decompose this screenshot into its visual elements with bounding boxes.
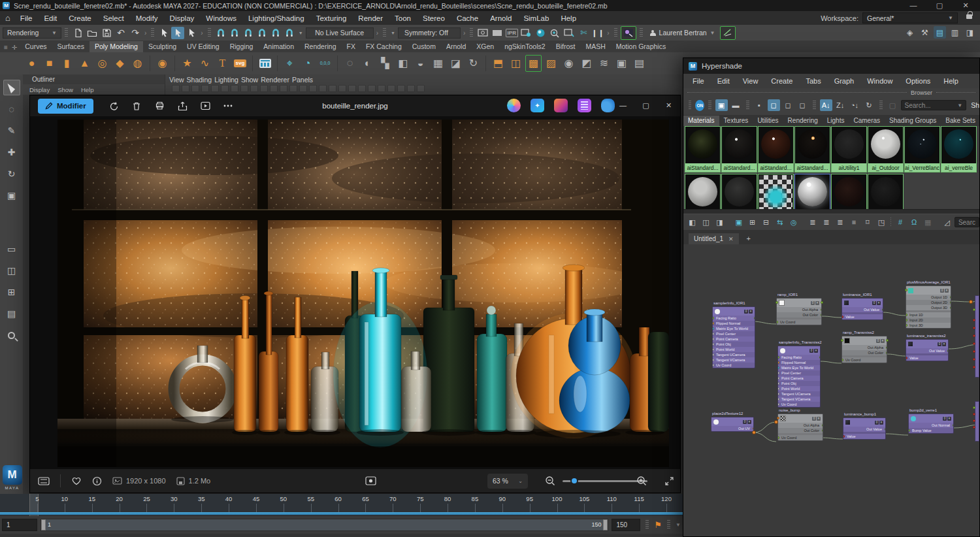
shader-node-luminance-bump1[interactable]: luminance_bump10≡Out ValueValue xyxy=(843,417,886,440)
shelf-icon-extrude[interactable]: ⬒ xyxy=(490,55,506,72)
group-collapse-arrow[interactable]: › xyxy=(463,29,465,37)
snap-point-icon[interactable] xyxy=(242,27,255,39)
hypershade-tab-materials[interactable]: Materials xyxy=(683,116,719,126)
viewport-icon[interactable] xyxy=(191,85,199,92)
shelf-tab-xgen[interactable]: XGen xyxy=(471,41,499,52)
shelf-tab-arnold[interactable]: Arnold xyxy=(441,41,471,52)
node-port[interactable] xyxy=(882,308,883,311)
node-port[interactable] xyxy=(713,317,714,319)
hypershade-tab-textures[interactable]: Textures xyxy=(719,116,753,126)
layout-horizontal[interactable]: ≣ xyxy=(806,216,819,228)
share-button[interactable] xyxy=(171,98,194,114)
swatch-size-large[interactable]: ◻ xyxy=(782,99,794,111)
node-port[interactable] xyxy=(778,398,779,400)
node-port[interactable] xyxy=(906,357,907,359)
node-port[interactable] xyxy=(909,429,910,432)
viewport-menu-show[interactable]: Show xyxy=(241,76,258,84)
shelf-icon-poly-cone[interactable]: ▲ xyxy=(76,55,93,72)
material-swatch-ai-outdoor[interactable]: ai_Outdoor xyxy=(868,126,904,172)
hypershade-tab-shading-groups[interactable]: Shading Groups xyxy=(885,116,941,126)
show-io-connections[interactable]: ◫ xyxy=(700,216,712,228)
group-collapse-arrow[interactable]: › xyxy=(607,29,609,37)
material-swatch-aiutility1[interactable]: aiUtility1 xyxy=(831,126,867,172)
node-port[interactable] xyxy=(886,346,887,349)
shelf-icon-poly-cube[interactable]: ■ xyxy=(41,55,57,72)
menu-toon[interactable]: Toon xyxy=(389,14,417,22)
node-port[interactable] xyxy=(713,333,714,335)
create-node-screenshot[interactable]: ▦ xyxy=(922,216,934,228)
shelf-icon-sculpt[interactable]: ◒ xyxy=(412,55,429,72)
material-swatch[interactable] xyxy=(794,174,830,209)
group-grip[interactable] xyxy=(208,28,211,38)
shader-node-plusminusaverage-ior1[interactable]: plusMinusAverage_IOR10≡Output 1DOutput 2… xyxy=(906,285,951,329)
node-port[interactable] xyxy=(973,319,975,321)
shelf-icon-modeling-toolkit-panel[interactable] xyxy=(257,55,273,72)
more-options-button[interactable] xyxy=(217,98,240,114)
shelf-menu-icon[interactable]: ≡ xyxy=(4,44,8,51)
toggle-character-controls[interactable]: ⚒ xyxy=(919,26,931,39)
shelf-tab-fx[interactable]: FX xyxy=(341,41,360,52)
shader-node-noise-bump[interactable]: noise_bump0≡Out AlphaOut ColorUv Coord xyxy=(777,414,823,441)
shelf-icon-poly-disc[interactable]: ◍ xyxy=(129,55,146,72)
graph-tab-untitled[interactable]: Untitled_1✕ xyxy=(689,233,739,244)
node-port[interactable] xyxy=(950,296,951,299)
node-port[interactable] xyxy=(778,356,779,359)
menu-simlab[interactable]: SimLab xyxy=(517,14,555,22)
add-tab-button[interactable]: + xyxy=(742,233,756,244)
shelf-tab-rendering[interactable]: Rendering xyxy=(299,41,341,52)
user-account-dropdown[interactable]: Laurent Bertran ▼ xyxy=(646,27,719,39)
home-icon[interactable]: ⌂ xyxy=(5,13,10,23)
shelf-tab-sculpting[interactable]: Sculpting xyxy=(143,41,182,52)
toggle-tool-settings[interactable]: ◨ xyxy=(964,26,976,39)
refresh-swatches[interactable]: ↻ xyxy=(863,99,875,111)
shelf-icon-sweep-mesh[interactable]: ∿ xyxy=(197,55,213,72)
zoom-level-dropdown[interactable]: 63 %⌄ xyxy=(487,474,528,489)
bookmark-icon[interactable]: ⚑ xyxy=(654,520,662,530)
select-object-icon[interactable] xyxy=(171,27,184,39)
menu-create[interactable]: Create xyxy=(63,14,97,22)
swatch-size-xlarge[interactable]: ◻ xyxy=(796,99,809,111)
shader-node-bump2d-verre1[interactable]: bump2d_verre10≡Out NormalBump Value xyxy=(908,414,954,434)
node-port[interactable] xyxy=(778,366,779,369)
menu-render[interactable]: Render xyxy=(352,14,389,22)
viewport-icon[interactable] xyxy=(182,85,189,92)
node-port[interactable] xyxy=(973,342,975,345)
snap-view-plane-icon[interactable] xyxy=(269,27,282,39)
shelf-tab-surfaces[interactable]: Surfaces xyxy=(52,41,90,52)
snapshot-active-icon[interactable] xyxy=(621,26,636,40)
zoom-out-button[interactable] xyxy=(545,476,555,486)
node-port[interactable] xyxy=(973,358,975,361)
shelf-icon-poly-text[interactable]: T xyxy=(214,55,231,72)
node-port[interactable] xyxy=(973,327,975,329)
group-grip[interactable] xyxy=(614,28,617,38)
shelf-icon-lattice[interactable]: ▣ xyxy=(613,55,630,72)
hypershade-menu-tabs[interactable]: Tabs xyxy=(799,77,827,85)
pause-viewport-icon[interactable]: ❙❙ xyxy=(591,27,604,39)
range-start-handle[interactable] xyxy=(41,519,46,530)
photos-canvas[interactable] xyxy=(30,116,680,470)
layout-free[interactable]: ≡ xyxy=(847,216,860,228)
menu-edit[interactable]: Edit xyxy=(38,14,63,22)
copilot-icon[interactable] xyxy=(507,99,521,112)
node-port[interactable] xyxy=(713,322,714,325)
shelf-tab-curves[interactable]: Curves xyxy=(20,41,52,52)
designer-icon[interactable] xyxy=(531,99,544,112)
swatch-size-small[interactable]: ▪ xyxy=(753,99,766,111)
outliner-menu-show[interactable]: Show xyxy=(57,86,73,93)
shader-node-samplerinfo-transmiss2[interactable]: samplerInfo_Transmiss20≡Facing RatioFlip… xyxy=(777,346,821,408)
viewport-menu-view[interactable]: View xyxy=(169,76,184,84)
node-port[interactable] xyxy=(905,289,907,291)
node-port[interactable] xyxy=(777,321,778,323)
viewport-icon[interactable] xyxy=(250,85,258,92)
menu-modify[interactable]: Modify xyxy=(130,14,164,22)
toggle-modeling-toolkit[interactable]: ◈ xyxy=(904,26,916,39)
material-swatch[interactable] xyxy=(831,174,867,209)
shelf-icon-smooth[interactable]: ≋ xyxy=(596,55,612,72)
save-scene-button[interactable] xyxy=(100,27,113,39)
maximize-button[interactable]: ▢ xyxy=(926,0,953,11)
shelf-icon-zero-transform[interactable]: 0,0,0 xyxy=(317,55,333,72)
node-port[interactable] xyxy=(973,419,975,422)
hypershade-menu-options[interactable]: Options xyxy=(899,77,937,85)
resize-nodes[interactable]: ◿ xyxy=(941,216,953,228)
viewport-icon[interactable] xyxy=(289,85,297,92)
